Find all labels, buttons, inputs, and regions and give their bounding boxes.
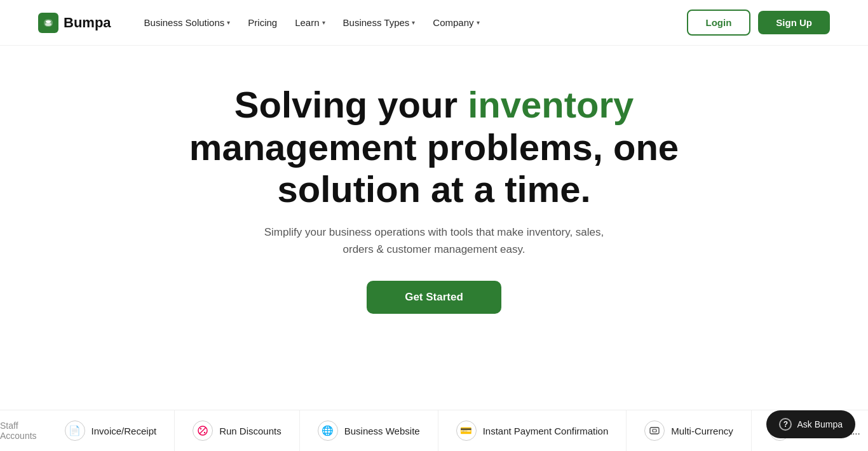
svg-rect-4 [650, 427, 659, 434]
svg-point-3 [204, 432, 205, 433]
website-icon: 🌐 [318, 421, 338, 441]
ask-bumpa-label: Ask Bumpa [797, 419, 843, 429]
nav-item-business-solutions[interactable]: Business Solutions ▾ [137, 12, 238, 33]
navbar: Bumpa Business Solutions ▾ Pricing Learn… [0, 0, 868, 46]
nav-item-learn[interactable]: Learn ▾ [287, 12, 332, 33]
hero-subtitle: Simplify your business operations with t… [256, 224, 612, 258]
discounts-icon [193, 421, 213, 441]
logo[interactable]: Bumpa [38, 13, 111, 33]
logo-text: Bumpa [64, 15, 111, 31]
feature-item-multi-currency: Multi-Currency [627, 410, 752, 451]
chevron-down-icon: ▾ [412, 19, 415, 26]
chevron-down-icon: ▾ [322, 19, 325, 26]
nav-item-pricing[interactable]: Pricing [240, 12, 285, 33]
nav-actions: Login Sign Up [687, 10, 831, 36]
nav-item-company[interactable]: Company ▾ [425, 12, 487, 33]
ask-bumpa-icon: ? [779, 418, 792, 431]
logo-icon [38, 13, 58, 33]
feature-item-business-website: 🌐 Business Website [300, 410, 438, 451]
svg-rect-5 [653, 429, 656, 432]
hero-section: Solving your inventory management proble… [0, 46, 868, 339]
nav-item-business-types[interactable]: Business Types ▾ [336, 12, 423, 33]
currency-icon [644, 421, 665, 441]
signup-button[interactable]: Sign Up [758, 11, 830, 34]
nav-links: Business Solutions ▾ Pricing Learn ▾ Bus… [137, 12, 687, 33]
invoice-icon: 📄 [65, 421, 85, 441]
feature-item-run-discounts: Run Discounts [175, 410, 300, 451]
chevron-down-icon: ▾ [477, 19, 480, 26]
hero-title: Solving your inventory management proble… [148, 84, 720, 211]
svg-point-2 [200, 428, 201, 429]
feature-item-invoice-receipt: 📄 Invoice/Receipt [47, 410, 175, 451]
ask-bumpa-widget[interactable]: ? Ask Bumpa [766, 410, 855, 438]
payment-icon: 💳 [456, 421, 477, 441]
login-button[interactable]: Login [687, 10, 751, 36]
feature-item-staff-accounts-partial: Staff Accounts [0, 421, 47, 441]
get-started-button[interactable]: Get Started [367, 281, 501, 314]
feature-item-instant-payment: 💳 Instant Payment Confirmation [438, 410, 627, 451]
feature-strip: Staff Accounts 📄 Invoice/Receipt Run Dis… [0, 410, 868, 451]
chevron-down-icon: ▾ [227, 19, 230, 26]
